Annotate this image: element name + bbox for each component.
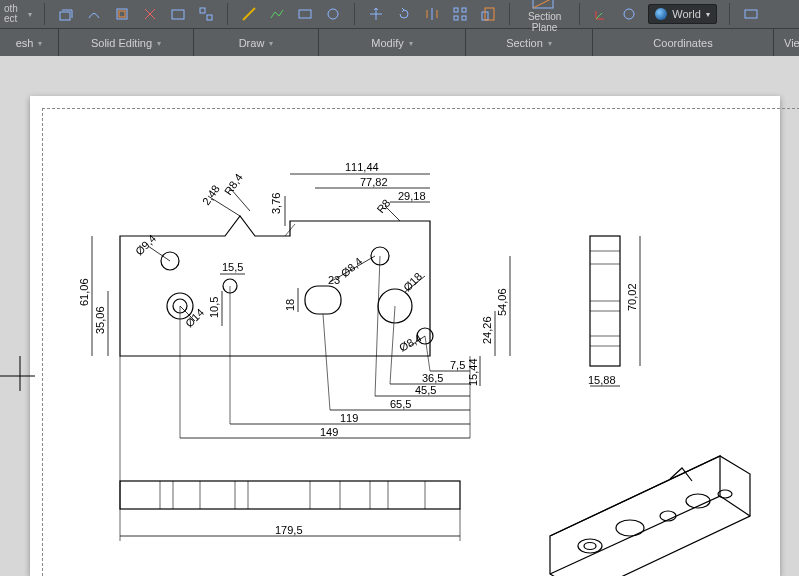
svg-text:24,26: 24,26 xyxy=(481,316,493,344)
rotate-icon[interactable] xyxy=(395,5,413,23)
line-icon[interactable] xyxy=(240,5,258,23)
move-face-icon[interactable] xyxy=(85,5,103,23)
svg-rect-11 xyxy=(462,16,466,20)
array-icon[interactable] xyxy=(451,5,469,23)
svg-rect-3 xyxy=(172,10,184,19)
svg-text:111,44: 111,44 xyxy=(345,161,379,173)
svg-text:65,5: 65,5 xyxy=(390,398,411,410)
panel-mesh[interactable]: esh▾ xyxy=(0,29,59,57)
svg-rect-2 xyxy=(119,11,125,17)
front-view xyxy=(120,216,433,356)
svg-text:10,5: 10,5 xyxy=(208,297,220,318)
svg-text:7,5: 7,5 xyxy=(450,359,465,371)
svg-rect-0 xyxy=(60,12,70,20)
panel-draw[interactable]: Draw▾ xyxy=(194,29,319,57)
svg-text:70,02: 70,02 xyxy=(626,283,638,311)
technical-drawing: 111,44 77,82 29,18 3,76 2,48 R8,4 R8 61, xyxy=(30,96,780,576)
svg-rect-10 xyxy=(454,16,458,20)
svg-rect-4 xyxy=(200,8,205,13)
svg-point-15 xyxy=(624,9,634,19)
chevron-down-icon[interactable]: ▾ xyxy=(28,10,32,19)
svg-point-44 xyxy=(584,543,596,550)
svg-text:Ø8,4: Ø8,4 xyxy=(397,331,424,353)
svg-text:29,18: 29,18 xyxy=(398,190,426,202)
svg-rect-20 xyxy=(305,286,341,314)
panel-section[interactable]: Section▾ xyxy=(466,29,593,57)
delete-face-icon[interactable] xyxy=(141,5,159,23)
extrude-face-icon[interactable] xyxy=(57,5,75,23)
svg-text:15,5: 15,5 xyxy=(222,261,243,273)
bottom-view xyxy=(120,481,460,509)
separate-icon[interactable] xyxy=(197,5,215,23)
origin-marker xyxy=(0,356,40,396)
panel-solid-editing[interactable]: Solid Editing▾ xyxy=(59,29,194,57)
drawing-canvas[interactable]: 111,44 77,82 29,18 3,76 2,48 R8,4 R8 61, xyxy=(0,56,799,576)
svg-text:Ø8,4: Ø8,4 xyxy=(339,255,365,280)
panel-modify[interactable]: Modify▾ xyxy=(319,29,466,57)
circle-icon[interactable] xyxy=(324,5,342,23)
svg-text:45,5: 45,5 xyxy=(415,384,436,396)
svg-line-112 xyxy=(390,306,395,384)
svg-text:15,88: 15,88 xyxy=(588,374,616,386)
svg-rect-5 xyxy=(207,15,212,20)
svg-rect-32 xyxy=(120,481,460,509)
globe-icon xyxy=(655,8,667,20)
panel-view[interactable]: View▾ xyxy=(774,29,799,57)
svg-text:Ø18: Ø18 xyxy=(401,270,424,293)
mirror-icon[interactable] xyxy=(423,5,441,23)
svg-text:35,06: 35,06 xyxy=(94,306,106,334)
svg-text:77,82: 77,82 xyxy=(360,176,388,188)
svg-text:R8: R8 xyxy=(374,197,392,215)
svg-text:23: 23 xyxy=(328,274,340,286)
svg-text:61,06: 61,06 xyxy=(78,278,90,306)
svg-rect-13 xyxy=(485,8,494,20)
svg-text:R8,4: R8,4 xyxy=(222,171,245,197)
svg-text:2,48: 2,48 xyxy=(200,183,222,207)
svg-rect-16 xyxy=(745,10,757,18)
move-icon[interactable] xyxy=(367,5,385,23)
ucs-world-icon[interactable] xyxy=(620,5,638,23)
scale-icon[interactable] xyxy=(479,5,497,23)
view-icon[interactable] xyxy=(742,5,760,23)
svg-line-113 xyxy=(425,336,430,371)
ribbon-panel-row: esh▾ Solid Editing▾ Draw▾ Modify▾ Sectio… xyxy=(0,28,799,57)
svg-text:149: 149 xyxy=(320,426,338,438)
svg-rect-9 xyxy=(462,8,466,12)
svg-line-111 xyxy=(375,256,380,396)
svg-text:36,5: 36,5 xyxy=(422,372,443,384)
ribbon-tool-row: othect ▾ Section Plane xyxy=(0,0,799,28)
svg-text:54,06: 54,06 xyxy=(496,288,508,316)
svg-text:119: 119 xyxy=(340,412,358,424)
isometric-view xyxy=(550,456,750,576)
polyline-icon[interactable] xyxy=(268,5,286,23)
svg-text:15,44: 15,44 xyxy=(467,358,479,386)
paper-sheet: 111,44 77,82 29,18 3,76 2,48 R8,4 R8 61, xyxy=(30,96,780,576)
svg-text:18: 18 xyxy=(284,299,296,311)
rectangle-icon[interactable] xyxy=(296,5,314,23)
svg-point-43 xyxy=(578,539,602,553)
svg-rect-6 xyxy=(299,10,311,18)
dimensions: 111,44 77,82 29,18 3,76 2,48 R8,4 R8 61, xyxy=(78,161,640,541)
svg-line-110 xyxy=(323,314,330,410)
panel-coordinates[interactable]: Coordinates xyxy=(593,29,774,57)
side-view xyxy=(590,236,620,366)
section-plane-button[interactable]: Section Plane xyxy=(522,0,567,33)
shell-icon[interactable] xyxy=(169,5,187,23)
svg-text:179,5: 179,5 xyxy=(275,524,303,536)
coordinate-system-select[interactable]: World ▾ xyxy=(648,4,717,24)
svg-point-7 xyxy=(328,9,338,19)
ribbon: othect ▾ Section Plane xyxy=(0,0,799,57)
svg-rect-8 xyxy=(454,8,458,12)
offset-face-icon[interactable] xyxy=(113,5,131,23)
svg-text:3,76: 3,76 xyxy=(270,193,282,214)
truncated-left-labels: othect xyxy=(4,4,18,24)
ucs-icon[interactable] xyxy=(592,5,610,23)
svg-line-67 xyxy=(148,246,170,261)
svg-point-45 xyxy=(616,520,644,536)
